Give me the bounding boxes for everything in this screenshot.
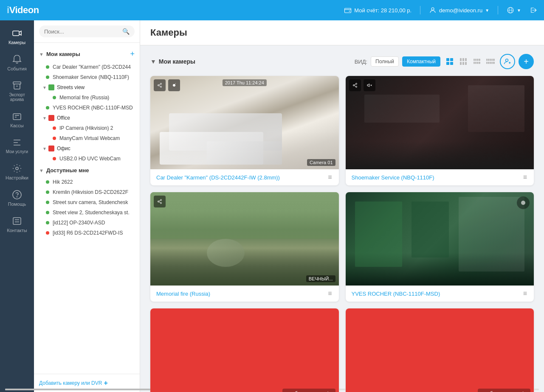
svg-rect-35: [474, 62, 475, 64]
camera-menu-1[interactable]: ≡: [328, 174, 333, 181]
grid-5col-btn[interactable]: [485, 56, 496, 67]
camera-menu-3[interactable]: ≡: [328, 290, 333, 297]
logo: iVideon: [7, 5, 39, 16]
my-cameras-label: Мои камеры: [46, 51, 80, 57]
nav-settings-label: Настройки: [6, 175, 28, 180]
camera-thumb-2[interactable]: [346, 76, 534, 169]
locked-label-1[interactable]: выберите тариф: [282, 389, 335, 392]
tree-item-ip-camera[interactable]: IP Camera (Hikvision) 2: [34, 123, 140, 133]
search-input[interactable]: [44, 28, 120, 35]
svg-marker-64: [367, 84, 369, 87]
add-plus-btn[interactable]: +: [104, 379, 107, 387]
tree-item-label: [id33] R6 DS-2CD2142FWD-IS: [53, 230, 123, 236]
group-streets-view[interactable]: ▼ Streets view: [34, 82, 140, 92]
wallet-icon: [344, 6, 352, 14]
locked-label-2[interactable]: выберите тариф: [478, 389, 530, 392]
language-btn[interactable]: ▼: [507, 6, 521, 14]
camera-menu-4[interactable]: ≡: [523, 290, 528, 297]
tree-item-shoemaker[interactable]: Shoemaker Service (NBQ-1110F): [34, 72, 140, 82]
sidebar-item-settings[interactable]: Настройки: [2, 159, 32, 185]
tree-item-yves[interactable]: YVES ROCHER (NBC-1110F-MSD: [34, 103, 140, 113]
tree-item-usb-webcam[interactable]: USB2.0 HD UVC WebCam: [34, 154, 140, 164]
svg-rect-46: [490, 62, 491, 64]
add-user-btn[interactable]: [500, 54, 515, 69]
svg-rect-38: [479, 62, 480, 64]
tree-item-memorial[interactable]: Memorial fire (Russia): [34, 92, 140, 103]
svg-point-60: [353, 85, 354, 86]
section-chevron: ▼: [150, 58, 156, 65]
group-office[interactable]: ▼ Office: [34, 113, 140, 123]
svg-rect-6: [13, 31, 19, 36]
camera-name-1[interactable]: Car Dealer "Karmen" (DS-2CD2442F-IW (2.8…: [156, 174, 280, 181]
camera-thumb-locked-1[interactable]: выберите тариф: [150, 308, 339, 392]
tree-item-street-view2[interactable]: Street view 2, Studencheskaya st.: [34, 207, 140, 218]
nav-help-label: Помощь: [8, 202, 26, 207]
svg-rect-45: [488, 62, 489, 64]
camera-icon: [12, 28, 22, 38]
group-ofis[interactable]: ▼ Офис: [34, 143, 140, 154]
accessible-header[interactable]: ▼ Доступные мне: [34, 164, 140, 177]
accessible-label: Доступные мне: [46, 167, 89, 174]
camera-name-2[interactable]: Shoemaker Service (NBQ-1110F): [352, 174, 434, 181]
user-chevron: ▼: [485, 8, 489, 13]
nav-events-label: События: [7, 66, 26, 71]
view-full-btn[interactable]: Полный: [371, 56, 399, 67]
accessible-chevron: ▼: [39, 168, 44, 173]
camera-card-shoemaker: Shoemaker Service (NBQ-1110F) ≡: [346, 76, 534, 185]
topbar: iVideon Мой счёт: 28 210,00 р. demo@ivid…: [0, 0, 544, 20]
camera-thumb-locked-2[interactable]: выберите тариф: [346, 308, 534, 392]
sidebar-item-contacts[interactable]: Контакты: [2, 212, 32, 237]
main-content: Камеры ▼ Мои камеры ВИД: Полный Компактн…: [140, 20, 544, 392]
group-label: Офис: [57, 146, 70, 151]
share-btn[interactable]: [154, 79, 166, 91]
sidebar-item-cameras[interactable]: Камеры: [2, 24, 32, 49]
camera-label-1: Camera 01: [307, 159, 335, 166]
tree-item-id122[interactable]: [id122] OP-2340V-ASD: [34, 218, 140, 228]
camera-tree: ▼ Мои камеры + Car Dealer "Karmen" (DS-2…: [34, 43, 140, 370]
my-cameras-chevron: ▼: [39, 52, 44, 57]
camera-thumb-3[interactable]: ВЕЧНЫЙ...: [150, 192, 339, 286]
camera-name-3[interactable]: Memorial fire (Russia): [156, 291, 210, 297]
grid-2col-btn[interactable]: [444, 56, 456, 67]
svg-rect-31: [474, 59, 475, 61]
camera-timestamp-1: 2017 Thu 11:24:24: [223, 79, 267, 86]
sidebar-item-cashier[interactable]: Кассы: [2, 107, 32, 132]
svg-point-67: [161, 199, 162, 201]
record-btn[interactable]: [168, 79, 180, 91]
add-camera-label: Добавить камеру или DVR: [39, 380, 102, 386]
tree-item-street-surv[interactable]: Street surv camera, Studenchesk: [34, 197, 140, 207]
share-btn-2[interactable]: [349, 79, 361, 91]
share-btn-3[interactable]: [154, 196, 166, 207]
camera-thumb-4[interactable]: [346, 192, 534, 286]
grid-3col-btn[interactable]: [457, 56, 469, 67]
search-wrap[interactable]: 🔍: [39, 25, 135, 37]
sidebar-item-events[interactable]: События: [2, 50, 32, 76]
camera-menu-2[interactable]: ≡: [523, 174, 528, 181]
mute-btn-2[interactable]: [364, 79, 375, 91]
grid-4col-btn[interactable]: [471, 56, 483, 67]
section-toggle[interactable]: ▼ Мои камеры: [150, 58, 195, 65]
sidebar-item-services[interactable]: Мои услуги: [2, 133, 32, 158]
tree-item-kremlin[interactable]: Kremlin (Hikvision DS-2CD2622F: [34, 187, 140, 197]
tree-item-id33[interactable]: [id33] R6 DS-2CD2142FWD-IS: [34, 228, 140, 238]
tree-item-hik[interactable]: Hik 2622: [34, 177, 140, 187]
camera-name-4[interactable]: YVES ROCHER (NBC-1110F-MSD): [352, 291, 440, 297]
view-compact-btn[interactable]: Компактный: [402, 56, 440, 67]
account-balance[interactable]: Мой счёт: 28 210,00 р.: [344, 6, 412, 14]
tree-item-car-dealer[interactable]: Car Dealer "Karmen" (DS-2CD244: [34, 62, 140, 72]
tree-item-manycam[interactable]: ManyCam Virtual Webcam: [34, 133, 140, 143]
svg-rect-41: [490, 59, 491, 61]
my-cameras-header[interactable]: ▼ Мои камеры +: [34, 46, 140, 62]
cashier-icon: [12, 111, 22, 121]
camera-controls-1: [154, 79, 180, 91]
tree-item-label: Kremlin (Hikvision DS-2CD2622F: [53, 189, 128, 195]
user-menu[interactable]: demo@ivideon.ru ▼: [429, 6, 489, 14]
sidebar-item-archive[interactable]: Экспорт архива: [2, 76, 32, 106]
camera-footer-4: YVES ROCHER (NBC-1110F-MSD) ≡: [346, 286, 534, 302]
sidebar-nav: Камеры События Экспорт архива Кассы: [0, 20, 34, 392]
camera-thumb-1[interactable]: 2017 Thu 11:24:24 Camera 01: [150, 76, 339, 169]
logout-btn[interactable]: [530, 6, 537, 14]
add-item-btn[interactable]: +: [519, 54, 534, 69]
add-camera-btn[interactable]: +: [130, 50, 135, 59]
sidebar-item-help[interactable]: Помощь: [2, 185, 32, 211]
